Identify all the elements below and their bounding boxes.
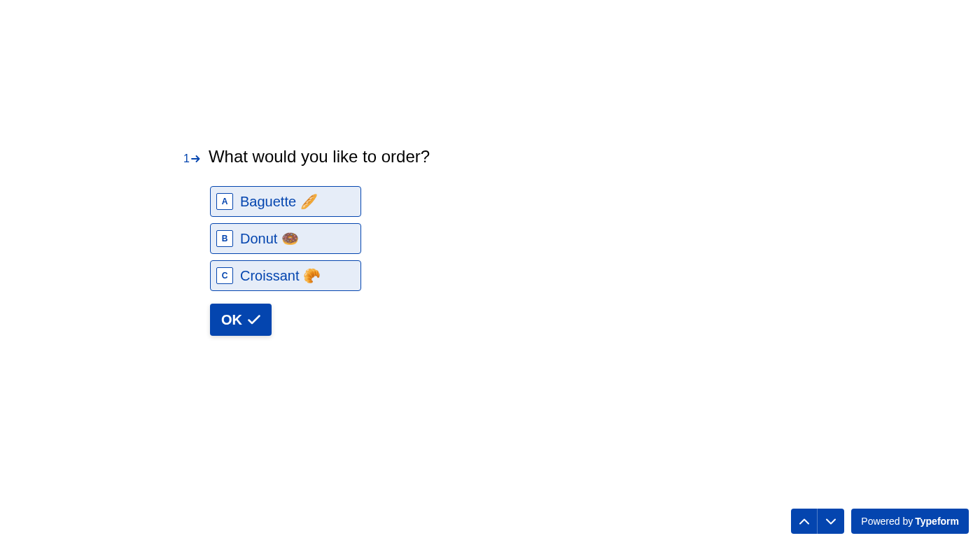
option-b[interactable]: B Donut 🍩 (210, 223, 361, 254)
option-label: Donut 🍩 (240, 230, 299, 247)
ok-button-label: OK (221, 312, 242, 328)
option-c[interactable]: C Croissant 🥐 (210, 260, 361, 291)
nav-down-button[interactable] (818, 509, 844, 534)
nav-buttons (791, 509, 844, 534)
question-number: 1 (183, 153, 200, 165)
option-label: Croissant 🥐 (240, 267, 321, 284)
footer: Powered by Typeform (791, 509, 969, 534)
question-row: 1 What would you like to order? (183, 147, 430, 167)
option-a[interactable]: A Baguette 🥖 (210, 186, 361, 217)
option-key: A (216, 193, 233, 210)
powered-by-prefix: Powered by (861, 516, 913, 527)
question-text: What would you like to order? (209, 147, 430, 167)
question-number-text: 1 (183, 153, 190, 165)
ok-button[interactable]: OK (210, 304, 272, 336)
options-container: A Baguette 🥖 B Donut 🍩 C Croissant 🥐 (210, 186, 430, 291)
option-key: C (216, 267, 233, 284)
arrow-right-icon (191, 155, 200, 162)
option-key: B (216, 230, 233, 247)
check-icon (248, 315, 260, 325)
chevron-down-icon (826, 516, 836, 527)
form-container: 1 What would you like to order? A Baguet… (183, 147, 430, 336)
powered-by-button[interactable]: Powered by Typeform (851, 509, 969, 534)
chevron-up-icon (799, 516, 809, 527)
option-label: Baguette 🥖 (240, 193, 318, 210)
powered-by-brand: Typeform (915, 516, 959, 527)
nav-up-button[interactable] (791, 509, 818, 534)
